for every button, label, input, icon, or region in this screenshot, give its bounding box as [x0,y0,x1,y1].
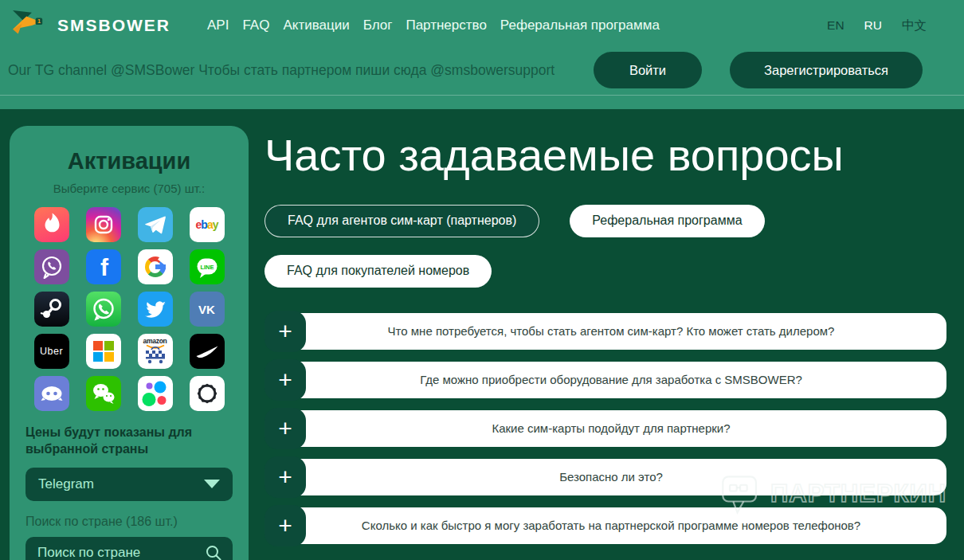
header-divider [0,95,964,96]
brand-logo[interactable]: 1 SMSBOWER [10,10,170,41]
faq-question-label: Безопасно ли это? [276,459,946,495]
faq-content: Часто задаваемые вопросы FAQ для агентов… [265,124,946,556]
activations-sidebar: Активации Выберите сервис (705) шт.: eba… [10,126,249,560]
service-icon-viber[interactable] [34,249,69,284]
filter-buyers-faq[interactable]: FAQ для покупателей номеров [265,255,492,288]
service-icon-microsoft[interactable] [86,334,121,369]
expand-plus-icon[interactable]: + [265,456,306,498]
expand-plus-icon[interactable]: + [265,505,306,546]
service-icon-avito[interactable] [138,376,173,411]
expand-plus-icon[interactable]: + [265,311,306,352]
service-icon-discord[interactable] [34,376,69,411]
service-icon-facebook[interactable]: f [86,249,121,284]
sub-header-bar: Our TG channel @SMSBower Чтобы стать пар… [8,51,923,89]
microsoft-icon [86,334,121,369]
service-icon-steam[interactable] [34,292,69,327]
brand-name: SMSBOWER [57,16,170,35]
service-icon-nike[interactable] [190,334,225,369]
login-button[interactable]: Войти [594,52,702,88]
search-icon [205,544,222,560]
service-icon-uber[interactable]: Uber [34,334,69,369]
lang-en[interactable]: EN [827,18,844,33]
sidebar-subtitle: Выберите сервис (705) шт.: [10,182,249,195]
service-icon-twitter[interactable] [138,292,173,327]
faq-question-label: Сколько и как быстро я могу заработать н… [276,507,946,544]
whatsapp-icon [86,292,121,327]
service-icon-openai[interactable] [190,376,225,411]
discord-icon [34,376,69,411]
service-select[interactable]: Telegram [25,468,233,501]
service-icon-line[interactable]: LINE [190,249,225,284]
tg-channel-text: Our TG channel @SMSBower Чтобы стать пар… [8,62,554,79]
nike-swoosh-icon [190,334,225,369]
lang-ru[interactable]: RU [864,18,882,33]
expand-plus-icon[interactable]: + [265,359,306,401]
tinder-flame-icon [34,207,69,242]
instagram-icon [86,207,121,242]
faq-question-label: Где можно приобрести оборудование для за… [276,362,946,398]
header: 1 SMSBOWER API FAQ Активации Блог Партне… [0,0,964,109]
wechat-icon [86,376,121,411]
lang-zh[interactable]: 中文 [902,18,927,34]
faq-item[interactable]: + Сколько и как быстро я могу заработать… [265,507,946,544]
svg-text:1: 1 [37,18,41,25]
country-search-box [25,537,233,560]
top-navigation-bar: 1 SMSBOWER API FAQ Активации Блог Партне… [10,8,927,43]
nav-item-activations[interactable]: Активации [283,18,349,33]
faq-item[interactable]: + Какие сим-карты подойдут для партнерки… [265,410,946,447]
svg-text:f: f [100,254,109,280]
viber-icon [34,249,69,284]
nav-item-referral[interactable]: Реферальная программа [500,18,660,33]
nav-item-partnership[interactable]: Партнерство [406,18,486,33]
service-icon-instagram[interactable] [86,207,121,242]
price-note: Цены будут показаны для выбранной страны [25,425,233,458]
openai-icon [190,376,225,411]
faq-item[interactable]: + Что мне потребуется, чтобы стать агент… [265,313,946,350]
page-title: Часто задаваемые вопросы [265,131,946,181]
register-button[interactable]: Зарегистрироваться [730,52,923,88]
faq-item[interactable]: + Безопасно ли это? [265,459,946,495]
telegram-plane-icon [138,207,173,242]
faq-item[interactable]: + Где можно приобрести оборудование для … [265,362,946,398]
faq-question-label: Какие сим-карты подойдут для партнерки? [276,410,946,447]
country-search-label: Поиск по стране (186 шт.) [25,515,233,529]
vk-logo-text: VK [198,303,215,316]
nav-item-blog[interactable]: Блог [363,18,393,33]
language-switcher: EN RU 中文 [827,18,927,34]
service-icon-telegram[interactable] [138,207,173,242]
faq-question-label: Что мне потребуется, чтобы стать агентом… [276,313,946,350]
sidebar-title: Активации [10,148,249,174]
svg-text:LINE: LINE [200,264,214,271]
nav-item-api[interactable]: API [207,18,229,33]
uber-logo-text: Uber [40,346,63,357]
expand-plus-icon[interactable]: + [265,408,306,449]
service-icon-grid: ebay f LINE [34,207,225,411]
faq-filter-row-1: FAQ для агентов сим-карт (партнеров) Реф… [265,205,946,237]
service-icon-vk[interactable]: VK [190,292,225,327]
amazon-icon: amazon [143,338,168,366]
filter-referral-program[interactable]: Реферальная программа [570,205,764,237]
main-nav: API FAQ Активации Блог Партнерство Рефер… [207,18,660,33]
service-icon-amazon[interactable]: amazon [138,334,173,369]
service-icon-tinder[interactable] [34,207,69,242]
faq-accordion: + Что мне потребуется, чтобы стать агент… [265,313,946,544]
selected-service-label: Telegram [38,476,94,492]
steam-icon [34,292,69,327]
filter-agents-faq[interactable]: FAQ для агентов сим-карт (партнеров) [265,205,539,237]
faq-filter-row-2: FAQ для покупателей номеров [265,255,946,288]
service-icon-google[interactable] [138,249,173,284]
facebook-icon: f [86,249,121,284]
line-icon: LINE [190,249,225,284]
country-search-input[interactable] [36,544,205,560]
bird-logo-icon: 1 [10,10,49,41]
twitter-bird-icon [138,292,173,327]
chevron-down-icon [204,480,220,488]
service-icon-ebay[interactable]: ebay [190,207,225,242]
service-icon-whatsapp[interactable] [86,292,121,327]
avito-icon [138,376,173,411]
service-icon-wechat[interactable] [86,376,121,411]
ebay-logo-text: ebay [196,218,218,231]
nav-item-faq[interactable]: FAQ [242,18,269,33]
